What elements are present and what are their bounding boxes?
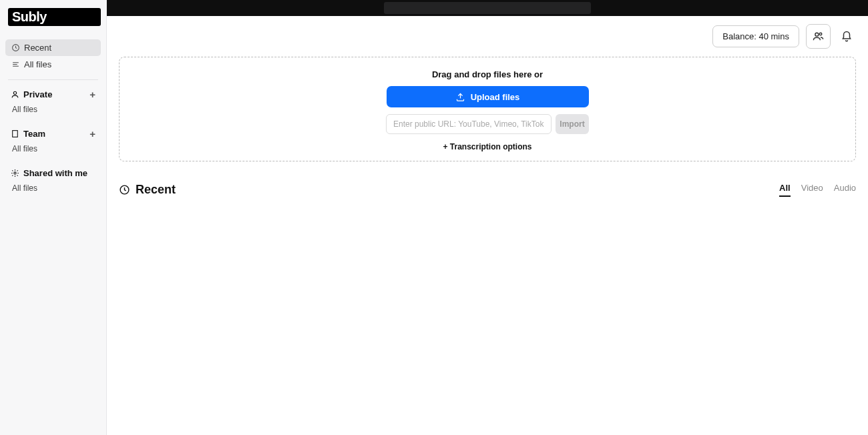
recent-title-label: Recent — [136, 183, 176, 197]
svg-point-10 — [14, 172, 16, 174]
svg-rect-5 — [13, 131, 18, 137]
logo[interactable]: Subly — [8, 8, 101, 26]
private-all-files[interactable]: All files — [5, 102, 101, 117]
nav-recent[interactable]: Recent — [5, 39, 101, 56]
transcription-options-button[interactable]: + Transcription options — [443, 142, 531, 151]
section-team-label: Team — [23, 129, 45, 139]
section-private[interactable]: Private + — [5, 87, 101, 102]
balance-button[interactable]: Balance: 40 mins — [712, 25, 799, 47]
dropzone[interactable]: Drag and drop files here or Upload files… — [119, 57, 856, 161]
user-icon — [11, 90, 19, 99]
svg-point-12 — [819, 33, 822, 35]
section-team[interactable]: Team + — [5, 126, 101, 141]
nav-all-files[interactable]: All files — [5, 56, 101, 73]
section-shared-label: Shared with me — [23, 168, 87, 178]
upload-icon — [455, 92, 465, 102]
notifications-button[interactable] — [837, 27, 856, 46]
filter-all[interactable]: All — [779, 183, 791, 197]
upload-button[interactable]: Upload files — [387, 86, 589, 107]
invite-button[interactable] — [806, 24, 831, 49]
url-input[interactable] — [386, 114, 552, 134]
header-row: Balance: 40 mins — [107, 16, 868, 57]
nav-all-files-label: All files — [24, 59, 51, 69]
list-icon — [11, 60, 20, 69]
upload-button-label: Upload files — [471, 92, 520, 102]
section-shared[interactable]: Shared with me — [5, 165, 101, 181]
address-bar[interactable] — [384, 2, 591, 14]
recent-header: Recent All Video Audio — [119, 183, 856, 197]
section-private-label: Private — [23, 89, 52, 99]
bell-icon — [841, 31, 853, 43]
clock-icon — [11, 43, 20, 53]
shared-all-files[interactable]: All files — [5, 181, 101, 195]
filter-tabs: All Video Audio — [779, 183, 856, 197]
main: Balance: 40 mins Drag and drop files her… — [107, 0, 868, 435]
building-icon — [11, 129, 19, 138]
import-button[interactable]: Import — [556, 114, 589, 134]
nav-recent-label: Recent — [24, 43, 51, 53]
add-private-folder[interactable]: + — [89, 89, 95, 99]
filter-video[interactable]: Video — [801, 183, 823, 197]
topbar — [107, 0, 868, 16]
clock-icon — [119, 184, 130, 195]
team-all-files[interactable]: All files — [5, 141, 101, 156]
recent-title: Recent — [119, 183, 176, 197]
add-team-folder[interactable]: + — [89, 129, 95, 139]
users-icon — [813, 31, 824, 42]
divider — [8, 79, 98, 80]
dropzone-text: Drag and drop files here or — [432, 69, 543, 79]
sidebar: Subly Recent All files Private — [0, 0, 107, 435]
gear-icon — [11, 169, 19, 177]
filter-audio[interactable]: Audio — [834, 183, 856, 197]
svg-point-11 — [815, 33, 819, 36]
svg-point-4 — [13, 91, 16, 94]
